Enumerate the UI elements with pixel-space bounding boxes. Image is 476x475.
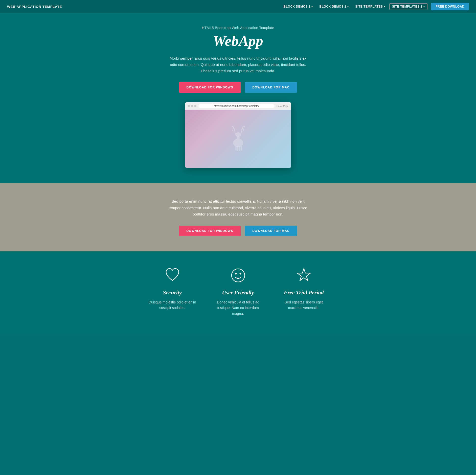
navbar: WEB APPLICATION TEMPLATE BLOCK DEMOS 1 ▾… <box>0 0 476 13</box>
chevron-down-icon: ▾ <box>384 5 385 8</box>
dot-yellow <box>191 105 193 107</box>
chevron-down-icon: ▾ <box>311 5 313 8</box>
feature-user-friendly-title: User Friendly <box>213 289 263 296</box>
svg-rect-4 <box>237 146 238 151</box>
browser-url: https://mobirise.com/bootstrap-template/ <box>198 104 275 108</box>
feature-free-trial: Free Trial Period Sed egestas, libero eg… <box>279 267 329 316</box>
svg-point-0 <box>235 132 241 137</box>
star-icon <box>295 267 313 284</box>
feature-security-desc: Quisque molestie odio et enim suscipit s… <box>147 299 198 311</box>
smiley-icon <box>229 267 247 284</box>
dot-red <box>188 105 190 107</box>
svg-marker-10 <box>297 269 310 281</box>
grey-buttons: DOWNLOAD FOR WINDOWS DOWNLOAD FOR MAC <box>5 226 471 236</box>
chevron-down-icon: ▾ <box>423 5 425 8</box>
grey-section: Sed porta enim nunc, at efficitur lectus… <box>0 183 476 251</box>
feature-free-trial-desc: Sed egestas, libero eget maximus venenat… <box>279 299 329 311</box>
heart-icon <box>164 267 181 284</box>
browser-dots <box>188 105 196 107</box>
nav-block-demos-1[interactable]: BLOCK DEMOS 1 ▾ <box>281 3 315 10</box>
hero-buttons: DOWNLOAD FOR WINDOWS DOWNLOAD FOR MAC <box>5 82 471 93</box>
browser-home-label: Home Page <box>277 105 289 107</box>
chevron-down-icon: ▾ <box>347 5 349 8</box>
grey-download-mac-button[interactable]: DOWNLOAD FOR MAC <box>245 226 297 236</box>
hero-title: WebApp <box>5 32 471 49</box>
svg-point-2 <box>233 139 243 147</box>
feature-user-friendly-desc: Donec vehicula et tellus ac tristique. N… <box>213 299 263 316</box>
svg-point-7 <box>232 269 245 282</box>
nav-right: BLOCK DEMOS 1 ▾ BLOCK DEMOS 2 ▾ SITE TEM… <box>281 3 469 10</box>
nav-site-templates-2[interactable]: SITE TEMPLATES 2 ▾ <box>389 3 427 10</box>
svg-rect-6 <box>241 146 242 151</box>
svg-rect-5 <box>239 146 240 151</box>
download-windows-button[interactable]: DOWNLOAD FOR WINDOWS <box>179 82 241 93</box>
dot-green <box>194 105 196 107</box>
features-grid: Security Quisque molestie odio et enim s… <box>124 267 352 316</box>
feature-security: Security Quisque molestie odio et enim s… <box>147 267 198 316</box>
hero-description: Morbi semper, arcu quis varius ultricies… <box>167 55 309 74</box>
download-mac-button[interactable]: DOWNLOAD FOR MAC <box>245 82 297 93</box>
feature-free-trial-title: Free Trial Period <box>279 289 329 296</box>
feature-user-friendly: User Friendly Donec vehicula et tellus a… <box>213 267 263 316</box>
hero-subtitle: HTML5 Bootstrap Web Application Template <box>5 26 471 30</box>
browser-mockup: https://mobirise.com/bootstrap-template/… <box>185 102 291 168</box>
browser-bar: https://mobirise.com/bootstrap-template/… <box>185 102 291 110</box>
free-download-button[interactable]: FREE DOWNLOAD <box>431 3 469 10</box>
grey-download-windows-button[interactable]: DOWNLOAD FOR WINDOWS <box>179 226 241 236</box>
hero-section: HTML5 Bootstrap Web Application Template… <box>0 13 476 183</box>
svg-point-9 <box>240 273 241 274</box>
deer-icon <box>227 125 250 153</box>
svg-point-8 <box>235 273 236 274</box>
nav-block-demos-2[interactable]: BLOCK DEMOS 2 ▾ <box>317 3 351 10</box>
grey-description: Sed porta enim nunc, at efficitur lectus… <box>167 198 309 218</box>
browser-content <box>185 110 291 168</box>
nav-brand: WEB APPLICATION TEMPLATE <box>7 5 62 9</box>
feature-security-title: Security <box>147 289 198 296</box>
nav-site-templates[interactable]: SITE TEMPLATES ▾ <box>353 3 388 10</box>
features-section: Security Quisque molestie odio et enim s… <box>0 251 476 334</box>
svg-rect-3 <box>235 146 237 151</box>
